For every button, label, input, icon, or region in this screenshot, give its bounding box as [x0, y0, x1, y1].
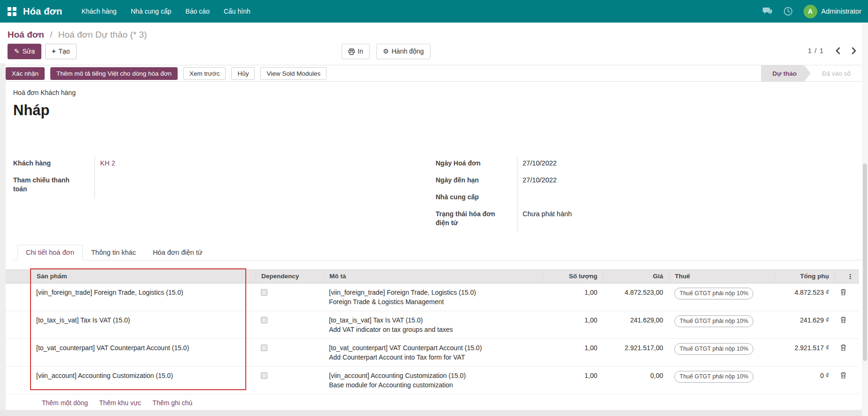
- nav-item-cau-hinh[interactable]: Cấu hình: [217, 1, 258, 22]
- field-groups: Khách hàng KH 2 Tham chiếu thanh toán Ng…: [13, 156, 862, 233]
- pager-count: 1 / 1: [808, 47, 824, 55]
- field-label-due-date: Ngày đến hạn: [436, 173, 517, 189]
- tax-tag[interactable]: Thuế GTGT phải nộp 10%: [674, 371, 753, 383]
- view-sold-modules-button[interactable]: View Sold Modules: [260, 67, 327, 80]
- field-value-invoice-date[interactable]: 27/10/2022: [517, 156, 727, 173]
- cell-price[interactable]: 4.872.523,00: [603, 283, 669, 311]
- dependency-checkbox[interactable]: [261, 372, 267, 379]
- breadcrumb-current: Hoá đơn Dự thảo (* 3): [58, 30, 147, 39]
- cell-subtotal: 4.872.523 ₫: [774, 283, 835, 311]
- status-widget: Dự thảo Đã vào sổ: [761, 65, 862, 81]
- header-dependency[interactable]: Dependency: [255, 270, 323, 283]
- table-row[interactable]: [viin_foreign_trade] Foreign Trade, Logi…: [6, 283, 859, 311]
- cell-quantity[interactable]: 1,00: [543, 339, 603, 366]
- statusbar: Xác nhận Thêm mô tả tiếng Việt cho dòng …: [0, 65, 868, 82]
- chat-icon[interactable]: [762, 6, 773, 16]
- field-value-vendor[interactable]: [517, 189, 727, 206]
- cell-description[interactable]: [to_vat_counterpart] VAT Counterpart Acc…: [323, 339, 543, 366]
- field-label-vendor: Nhà cung cấp: [436, 189, 517, 206]
- field-value-due-date[interactable]: 27/10/2022: [517, 173, 727, 189]
- status-posted[interactable]: Đã vào sổ: [811, 65, 862, 81]
- next-section-band: [0, 410, 868, 416]
- cell-description[interactable]: [viin_foreign_trade] Foreign Trade, Logi…: [323, 283, 543, 311]
- action-button[interactable]: ⚙Hành động: [376, 44, 430, 59]
- pager: 1 / 1: [808, 47, 857, 55]
- breadcrumb-parent-link[interactable]: Hoá đơn: [8, 30, 44, 39]
- cell-quantity[interactable]: 1,00: [543, 283, 603, 311]
- field-group-left: Khách hàng KH 2 Tham chiếu thanh toán: [13, 156, 323, 233]
- edit-button[interactable]: ✎Sửa: [8, 44, 41, 59]
- header-product[interactable]: Sản phẩm: [31, 270, 255, 283]
- apps-grid-icon[interactable]: [8, 7, 16, 16]
- add-line-link[interactable]: Thêm một dòng: [42, 399, 88, 407]
- header-quantity[interactable]: Số lượng: [543, 270, 603, 283]
- app-brand[interactable]: Hóa đơn: [23, 6, 62, 17]
- cell-price[interactable]: 0,00: [603, 367, 669, 394]
- user-menu[interactable]: A Administrator: [804, 5, 861, 18]
- table-row[interactable]: [viin_account] Accounting Customization …: [6, 367, 859, 394]
- cell-description[interactable]: [viin_account] Accounting Customization …: [323, 367, 543, 394]
- confirm-button[interactable]: Xác nhận: [6, 67, 45, 80]
- field-value-einvoice-status[interactable]: Chưa phát hành: [517, 206, 727, 233]
- add-section-link[interactable]: Thêm khu vực: [99, 399, 141, 407]
- tab-invoice-lines[interactable]: Chi tiết hoá đơn: [17, 245, 83, 260]
- trash-icon[interactable]: [840, 289, 846, 296]
- avatar: A: [804, 5, 817, 18]
- cell-product[interactable]: [to_vat_counterpart] VAT Counterpart Acc…: [31, 339, 255, 366]
- breadcrumb: Hoá đơn / Hoá đơn Dự thảo (* 3): [0, 23, 868, 41]
- nav-item-nha-cung-cap[interactable]: Nhà cung cấp: [124, 1, 178, 22]
- print-button[interactable]: In: [342, 44, 370, 59]
- dependency-checkbox[interactable]: [261, 317, 267, 323]
- preview-button[interactable]: Xem trước: [183, 67, 226, 80]
- header-description[interactable]: Mô tả: [323, 270, 543, 283]
- status-draft[interactable]: Dự thảo: [761, 65, 811, 81]
- nav-item-khach-hang[interactable]: Khách hàng: [74, 1, 124, 22]
- chevron-right-icon[interactable]: [852, 47, 857, 55]
- invoice-lines-table: Sản phẩm Dependency Mô tả Số lượng Giá T…: [6, 269, 859, 408]
- control-panel-buttons: ✎Sửa +Tạo In ⚙Hành động 1 / 1: [0, 41, 868, 65]
- cell-product[interactable]: [to_tax_is_vat] Tax Is VAT (15.0): [31, 311, 255, 338]
- nav-item-bao-cao[interactable]: Báo cáo: [179, 1, 217, 22]
- scrollbar-thumb[interactable]: [863, 164, 867, 361]
- cell-quantity[interactable]: 1,00: [543, 367, 603, 394]
- dependency-checkbox[interactable]: [261, 345, 267, 351]
- field-value-payment-reference[interactable]: [94, 173, 323, 199]
- breadcrumb-separator: /: [50, 30, 52, 39]
- document-type-label: Hoá đơn Khách hàng: [13, 89, 862, 96]
- tax-tag[interactable]: Thuế GTGT phải nộp 10%: [674, 343, 753, 355]
- table-row[interactable]: [to_vat_counterpart] VAT Counterpart Acc…: [6, 339, 859, 367]
- optional-columns-kebab-icon[interactable]: ⋮: [835, 270, 859, 283]
- page-scrollbar[interactable]: [862, 23, 868, 416]
- cancel-button[interactable]: Hủy: [231, 67, 255, 80]
- header-tax[interactable]: Thuế: [669, 270, 774, 283]
- cell-product[interactable]: [viin_account] Accounting Customization …: [31, 367, 255, 394]
- create-button[interactable]: +Tạo: [45, 44, 76, 59]
- table-row[interactable]: [to_tax_is_vat] Tax Is VAT (15.0) [to_ta…: [6, 311, 859, 339]
- trash-icon[interactable]: [840, 372, 846, 379]
- dependency-checkbox[interactable]: [261, 289, 267, 296]
- trash-icon[interactable]: [840, 316, 846, 323]
- cell-quantity[interactable]: 1,00: [543, 311, 603, 338]
- cell-price[interactable]: 2.921.517,00: [603, 339, 669, 366]
- chevron-left-icon[interactable]: [835, 47, 840, 55]
- cell-price[interactable]: 241.629,00: [603, 311, 669, 338]
- cell-subtotal: 241.629 ₫: [774, 311, 835, 338]
- plus-icon: +: [52, 47, 55, 56]
- cell-description[interactable]: [to_tax_is_vat] Tax Is VAT (15.0) Add VA…: [323, 311, 543, 338]
- page-background-strip: [0, 63, 6, 416]
- add-note-link[interactable]: Thêm ghi chú: [153, 399, 193, 407]
- tax-tag[interactable]: Thuế GTGT phải nộp 10%: [674, 288, 753, 299]
- cell-product[interactable]: [viin_foreign_trade] Foreign Trade, Logi…: [31, 283, 255, 311]
- field-label-einvoice-status: Trạng thái hóa đơn điện tử: [436, 206, 517, 233]
- header-subtotal[interactable]: Tổng phụ: [774, 270, 835, 283]
- header-price[interactable]: Giá: [603, 270, 669, 283]
- tax-tag[interactable]: Thuế GTGT phải nộp 10%: [674, 315, 753, 327]
- trash-icon[interactable]: [840, 344, 846, 351]
- tab-einvoice[interactable]: Hóa đơn điện tử: [144, 245, 211, 260]
- form-sheet: Hoá đơn Khách hàng Nháp Khách hàng KH 2 …: [6, 89, 862, 408]
- add-vietnamese-description-button[interactable]: Thêm mô tả tiếng Việt cho dòng hóa đơn: [50, 67, 178, 80]
- handle-column-header: [6, 270, 31, 283]
- field-value-customer[interactable]: KH 2: [94, 156, 323, 173]
- tab-other-info[interactable]: Thông tin khác: [83, 245, 144, 260]
- clock-icon[interactable]: [783, 6, 793, 16]
